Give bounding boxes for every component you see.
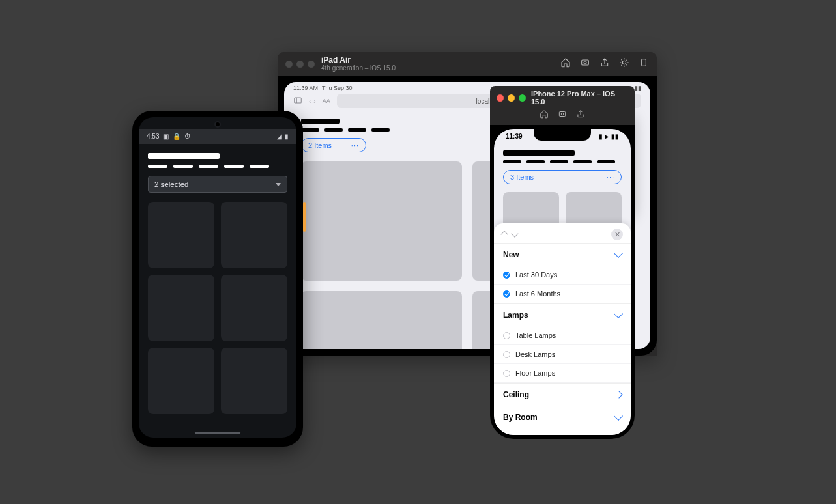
chevron-right-icon — [615, 391, 622, 398]
reader-icon[interactable]: AA — [323, 98, 330, 104]
share-icon[interactable] — [576, 109, 585, 121]
page-heading-placeholder — [148, 153, 220, 159]
zoom-icon[interactable] — [519, 94, 526, 102]
sheet-row-label: Floor Lamps — [515, 369, 555, 377]
filter-bottom-sheet: ✕ New Last 30 Days Last 6 Months Lamps — [494, 223, 631, 435]
forward-icon[interactable]: › — [313, 98, 315, 105]
sheet-row[interactable]: Floor Lamps — [494, 364, 631, 383]
tile[interactable] — [221, 202, 287, 268]
tile[interactable] — [148, 202, 214, 268]
sheet-row-label: Desk Lamps — [515, 350, 555, 358]
rotate-icon[interactable] — [639, 57, 649, 70]
sheet-section-ceiling[interactable]: Ceiling — [494, 383, 631, 406]
battery-icon: ▮▮ — [611, 133, 619, 140]
svg-point-6 — [561, 113, 564, 115]
sheet-section-lamps-label: Lamps — [503, 311, 528, 320]
android-page-content: 2 selected — [139, 144, 296, 423]
screenshot-icon[interactable] — [580, 57, 590, 70]
close-icon[interactable] — [497, 94, 504, 102]
sheet-row[interactable]: Last 6 Months — [494, 285, 631, 303]
iphone-bezel: 11:39 ▮ ▸ ▮▮ 3 Items ··· — [490, 125, 635, 439]
svg-rect-5 — [559, 112, 565, 117]
sheet-section-byroom[interactable]: By Room — [494, 406, 631, 428]
more-icon[interactable]: ··· — [607, 173, 614, 181]
notification-icon: ▣ — [163, 133, 169, 140]
ipad-device-subtitle: 4th generation – iOS 15.0 — [321, 64, 396, 72]
signal-icon: ▮ — [599, 133, 603, 140]
radio-unchecked-icon — [503, 332, 510, 339]
svg-rect-0 — [582, 60, 589, 65]
sheet-row[interactable]: Desk Lamps — [494, 345, 631, 364]
android-screen: 4:53 ▣ 🔒 ⏱ ◢ ▮ 2 selected — [139, 117, 296, 438]
share-icon[interactable] — [599, 57, 610, 70]
tile[interactable] — [301, 291, 462, 349]
iphone-sim-toolbar — [497, 109, 628, 121]
sheet-prev-icon[interactable] — [500, 231, 508, 238]
sheet-row[interactable]: Last 30 Days — [494, 266, 631, 285]
iphone-sim-titlebar: iPhone 12 Pro Max – iOS 15.0 — [490, 86, 635, 125]
screenshot-icon[interactable] — [558, 109, 567, 121]
home-icon[interactable] — [540, 109, 549, 121]
ipad-window-controls[interactable] — [285, 61, 315, 68]
tile[interactable] — [221, 348, 287, 414]
minimize-icon[interactable] — [508, 94, 515, 102]
tile[interactable] — [301, 161, 462, 281]
ipad-device-name: iPad Air — [321, 56, 396, 64]
close-icon[interactable]: ✕ — [611, 229, 623, 240]
page-subnav-placeholder — [148, 165, 287, 168]
filter-select[interactable]: 2 selected — [148, 176, 287, 193]
android-tile-grid — [148, 202, 287, 414]
svg-rect-4 — [295, 98, 302, 103]
svg-point-1 — [584, 61, 586, 64]
ipad-sim-titlebar: iPad Air 4th generation – iOS 15.0 — [278, 52, 657, 76]
android-home-indicator[interactable] — [195, 432, 240, 434]
sheet-row-label: Last 6 Months — [515, 290, 560, 298]
sheet-next-icon[interactable] — [511, 230, 518, 237]
nav-arrows: ‹ › — [309, 98, 316, 105]
front-camera — [214, 121, 221, 128]
ipad-date: Thu Sep 30 — [322, 85, 353, 91]
radio-checked-icon — [503, 272, 510, 279]
alarm-icon: ⏱ — [184, 133, 191, 140]
ipad-time: 11:39 AM — [293, 85, 318, 91]
tile[interactable] — [221, 275, 287, 341]
sheet-handle-row: ✕ — [494, 223, 631, 243]
back-icon[interactable]: ‹ — [309, 98, 311, 105]
appearance-icon[interactable] — [619, 57, 629, 70]
filter-count-label: 2 Items — [308, 141, 332, 149]
iphone-device-name: iPhone 12 Pro Max – iOS 15.0 — [531, 90, 628, 105]
radio-unchecked-icon — [503, 370, 510, 377]
battery-icon: ▮▮ — [635, 85, 641, 91]
power-button — [303, 202, 306, 232]
iphone-screen: 11:39 ▮ ▸ ▮▮ 3 Items ··· — [494, 129, 631, 435]
home-icon[interactable] — [560, 57, 571, 70]
lock-icon: 🔒 — [173, 133, 180, 140]
radio-checked-icon — [503, 290, 510, 298]
page-heading-placeholder — [503, 150, 622, 163]
svg-point-2 — [622, 61, 626, 64]
sheet-section-byroom-label: By Room — [503, 413, 538, 422]
android-phone-frame: 4:53 ▣ 🔒 ⏱ ◢ ▮ 2 selected — [132, 111, 303, 447]
android-status-bar: 4:53 ▣ 🔒 ⏱ ◢ ▮ — [139, 129, 296, 144]
filter-summary-pill[interactable]: 2 Items ··· — [301, 138, 366, 152]
sheet-row[interactable]: Table Lamps — [494, 326, 631, 345]
iphone-window-controls[interactable] — [497, 94, 526, 102]
zoom-icon[interactable] — [308, 61, 315, 68]
more-icon[interactable]: ··· — [351, 141, 359, 149]
sheet-row-label: Last 30 Days — [515, 271, 557, 279]
sidebar-toggle-icon[interactable] — [293, 96, 302, 106]
iphone-time: 11:39 — [506, 133, 523, 140]
tile[interactable] — [148, 275, 214, 341]
signal-icon: ◢ — [277, 133, 282, 140]
tile[interactable] — [148, 348, 214, 414]
iphone-simulator-window: iPhone 12 Pro Max – iOS 15.0 11:39 ▮ ▸ ▮… — [490, 86, 635, 439]
ipad-sim-toolbar — [560, 57, 649, 70]
filter-count-label: 3 Items — [510, 173, 534, 181]
minimize-icon[interactable] — [296, 61, 304, 68]
filter-select-label: 2 selected — [154, 180, 188, 188]
filter-summary-pill[interactable]: 3 Items ··· — [503, 170, 622, 184]
close-icon[interactable] — [285, 61, 293, 68]
sheet-section-new[interactable]: New — [494, 243, 631, 266]
radio-unchecked-icon — [503, 351, 510, 358]
sheet-section-lamps[interactable]: Lamps — [494, 303, 631, 326]
